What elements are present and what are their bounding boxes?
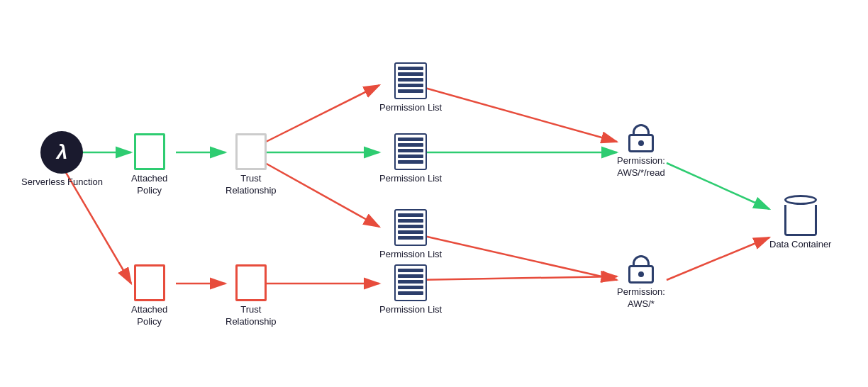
lock-top-icon: [628, 124, 654, 152]
trust-relationship-top-label: TrustRelationship: [226, 173, 277, 197]
permission-list-2-node: Permission List: [379, 133, 442, 185]
permission-lock-bottom-node: Permission:AWS/*: [617, 255, 665, 310]
data-container-icon: [784, 195, 817, 236]
attached-policy-bottom-node: AttachedPolicy: [131, 264, 167, 328]
svg-line-12: [667, 237, 769, 280]
permission-list-4-icon: [394, 264, 427, 301]
permission-lock-top-node: Permission:AWS/*/read: [617, 124, 665, 179]
trust-relationship-top-node: TrustRelationship: [226, 133, 277, 197]
permission-list-3-node: Permission List: [379, 209, 442, 261]
trust-relationship-bottom-node: TrustRelationship: [226, 264, 277, 328]
permission-list-2-icon: [394, 133, 427, 170]
trust-relationship-bottom-icon: [235, 264, 267, 301]
svg-line-15: [415, 276, 617, 280]
permission-list-1-node: Permission List: [379, 62, 442, 114]
svg-line-7: [259, 159, 379, 227]
svg-line-8: [415, 85, 617, 142]
diagram: λ Serverless Function AttachedPolicy Tru…: [0, 0, 868, 387]
permission-list-1-icon: [394, 62, 427, 99]
permission-list-1-label: Permission List: [379, 102, 442, 114]
svg-line-10: [415, 234, 617, 280]
attached-policy-bottom-label: AttachedPolicy: [131, 304, 167, 328]
permission-list-2-label: Permission List: [379, 173, 442, 185]
lock-bottom-icon: [628, 255, 654, 284]
attached-policy-top-node: AttachedPolicy: [131, 133, 167, 197]
trust-relationship-top-icon: [235, 133, 267, 170]
permission-list-4-node: Permission List: [379, 264, 442, 316]
svg-line-11: [667, 163, 769, 209]
attached-policy-bottom-icon: [134, 264, 165, 301]
svg-line-5: [259, 85, 379, 145]
data-container-node: Data Container: [769, 195, 831, 251]
data-container-label: Data Container: [769, 239, 831, 251]
attached-policy-top-label: AttachedPolicy: [131, 173, 167, 197]
permission-list-4-label: Permission List: [379, 304, 442, 316]
lambda-node: λ Serverless Function: [21, 131, 103, 189]
trust-relationship-bottom-label: TrustRelationship: [226, 304, 277, 328]
permission-lock-bottom-label: Permission:AWS/*: [617, 286, 665, 310]
lambda-icon: λ: [40, 131, 83, 174]
permission-list-3-icon: [394, 209, 427, 246]
attached-policy-top-icon: [134, 133, 165, 170]
permission-list-3-label: Permission List: [379, 249, 442, 261]
permission-lock-top-label: Permission:AWS/*/read: [617, 155, 665, 179]
lambda-label: Serverless Function: [21, 176, 103, 189]
